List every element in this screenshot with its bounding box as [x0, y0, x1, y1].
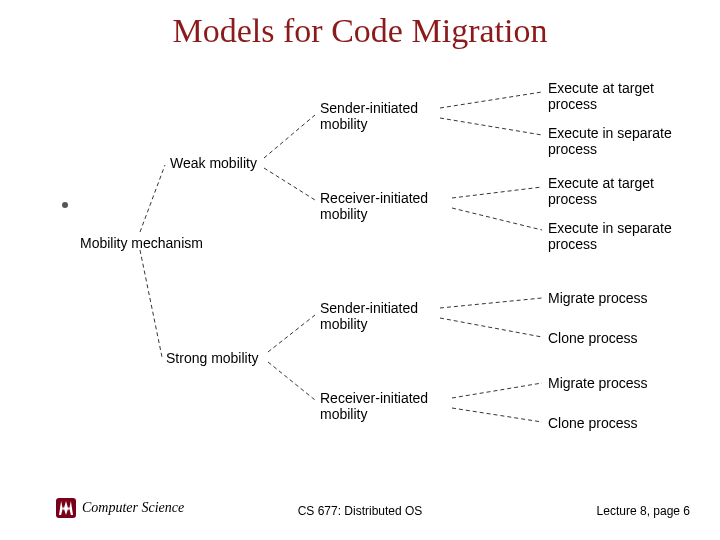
svg-line-3 — [264, 168, 315, 200]
node-strong: Strong mobility — [166, 350, 259, 366]
svg-line-7 — [440, 118, 542, 135]
svg-line-11 — [440, 318, 542, 337]
node-strong-sender: Sender-initiated mobility — [320, 300, 440, 332]
leaf-migrate-1: Migrate process — [548, 290, 648, 306]
text: Receiver-initiated mobility — [320, 190, 428, 222]
text: Sender-initiated mobility — [320, 300, 418, 332]
svg-line-9 — [452, 208, 542, 230]
text: Execute at target process — [548, 80, 654, 112]
leaf-clone-2: Clone process — [548, 415, 638, 431]
leaf-exec-sep-1: Execute in separate process — [548, 125, 678, 157]
node-weak-receiver: Receiver-initiated mobility — [320, 190, 450, 222]
leaf-exec-target-2: Execute at target process — [548, 175, 668, 207]
text: Execute in separate process — [548, 220, 672, 252]
svg-line-1 — [140, 250, 162, 357]
node-weak-sender: Sender-initiated mobility — [320, 100, 440, 132]
leaf-exec-target-1: Execute at target process — [548, 80, 668, 112]
footer-right: Lecture 8, page 6 — [597, 504, 690, 518]
leaf-clone-1: Clone process — [548, 330, 638, 346]
bullet-icon — [62, 202, 68, 208]
leaf-exec-sep-2: Execute in separate process — [548, 220, 678, 252]
svg-line-12 — [452, 383, 542, 398]
text: Execute in separate process — [548, 125, 672, 157]
node-root: Mobility mechanism — [80, 235, 203, 251]
slide-title: Models for Code Migration — [0, 12, 720, 50]
svg-line-13 — [452, 408, 542, 422]
text: Execute at target process — [548, 175, 654, 207]
text: Receiver-initiated mobility — [320, 390, 428, 422]
svg-line-6 — [440, 92, 542, 108]
svg-line-8 — [452, 187, 542, 198]
svg-line-10 — [440, 298, 542, 308]
svg-line-0 — [140, 165, 165, 232]
slide: Models for Code Migration Mobility mecha… — [0, 0, 720, 540]
svg-line-5 — [268, 362, 315, 400]
svg-line-4 — [268, 315, 315, 352]
text: Sender-initiated mobility — [320, 100, 418, 132]
svg-line-2 — [264, 115, 315, 158]
node-strong-receiver: Receiver-initiated mobility — [320, 390, 450, 422]
leaf-migrate-2: Migrate process — [548, 375, 648, 391]
node-weak: Weak mobility — [170, 155, 257, 171]
